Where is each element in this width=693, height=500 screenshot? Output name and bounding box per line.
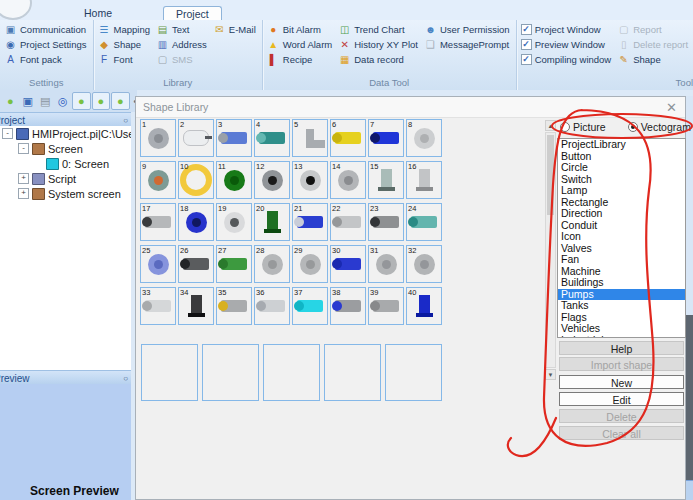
ribbon-item-preview-window[interactable]: ✓Preview Window — [519, 37, 614, 52]
ribbon-item-messageprompt[interactable]: ❑MessagePrompt — [422, 37, 512, 52]
ribbon-item-address[interactable]: ▥Address — [154, 37, 209, 52]
shape-cell-11[interactable]: 11 — [216, 161, 252, 199]
ribbon-item-project-settings[interactable]: ◉Project Settings — [2, 37, 89, 52]
shape-cell-29[interactable]: 29 — [292, 245, 328, 283]
shape-cell-7[interactable]: 7 — [368, 119, 404, 157]
shape-cell-1[interactable]: 1 — [140, 119, 176, 157]
tab-project[interactable]: Project — [163, 6, 222, 21]
shape-cell-22[interactable]: 22 — [330, 203, 366, 241]
ribbon-item-font[interactable]: FFont — [96, 52, 152, 67]
shape-cell-20[interactable]: 20 — [254, 203, 290, 241]
gear-icon[interactable]: ◎ — [55, 93, 72, 109]
green-dot-3-icon[interactable]: ● — [111, 92, 130, 110]
ribbon-item-history-xy-plot[interactable]: ✕History XY Plot — [336, 37, 420, 52]
tree-item-system-screen[interactable]: +System screen — [0, 186, 131, 201]
shape-cell-8[interactable]: 8 — [406, 119, 442, 157]
shape-cell-16[interactable]: 16 — [406, 161, 442, 199]
ribbon-item-e-mail[interactable]: ✉E-Mail — [211, 22, 258, 37]
ribbon-item-data-record[interactable]: ▦Data record — [336, 52, 420, 67]
preview-window-checkbox[interactable]: ✓ — [521, 39, 532, 50]
close-icon[interactable]: ✕ — [666, 101, 677, 114]
category-item-projectlibrary[interactable]: ProjectLibrary — [558, 139, 685, 151]
ribbon-item-project-window[interactable]: ✓Project Window — [519, 22, 614, 37]
empty-shape-slot[interactable] — [141, 344, 198, 401]
ribbon-item-user-permission[interactable]: ☻User Permission — [422, 22, 512, 37]
tree-item-0-screen[interactable]: 0: Screen — [0, 156, 131, 171]
shape-cell-25[interactable]: 25 — [140, 245, 176, 283]
scrollbar-thumb[interactable] — [547, 135, 554, 215]
shape-cell-34[interactable]: 34 — [178, 287, 214, 325]
shape-cell-33[interactable]: 33 — [140, 287, 176, 325]
ribbon-item-word-alarm[interactable]: ▲Word Alarm — [265, 37, 334, 52]
ribbon-item-trend-chart[interactable]: ◫Trend Chart — [336, 22, 420, 37]
shape-cell-32[interactable]: 32 — [406, 245, 442, 283]
green-dot-2-icon[interactable]: ● — [92, 92, 111, 110]
shape-cell-9[interactable]: 9 — [140, 161, 176, 199]
ribbon-item-delete-report[interactable]: ▯Delete report — [615, 37, 690, 52]
empty-shape-slot[interactable] — [324, 344, 381, 401]
shape-cell-27[interactable]: 27 — [216, 245, 252, 283]
shape-cell-2[interactable]: 2 — [178, 119, 214, 157]
empty-shape-slot[interactable] — [263, 344, 320, 401]
ribbon-item-shape[interactable]: ◆Shape — [96, 37, 152, 52]
category-item-icon[interactable]: Icon — [558, 231, 685, 243]
shape-cell-6[interactable]: 6 — [330, 119, 366, 157]
shape-cell-13[interactable]: 13 — [292, 161, 328, 199]
shape-cell-24[interactable]: 24 — [406, 203, 442, 241]
shape-cell-15[interactable]: 15 — [368, 161, 404, 199]
dialog-title-bar[interactable]: Shape Library ✕ — [136, 97, 685, 118]
shape-cell-5[interactable]: 5 — [292, 119, 328, 157]
category-item-industrial[interactable]: Industrial — [558, 335, 685, 339]
tree-item-hmiproject-pi-c-users-joshuafa[interactable]: -HMIProject.pi|C:\Users\joshuafan\D — [0, 126, 131, 141]
category-item-direction[interactable]: Direction — [558, 208, 685, 220]
category-item-vehicles[interactable]: Vehicles — [558, 323, 685, 335]
radio-picture[interactable]: Picture — [560, 121, 606, 133]
preview-panel-header[interactable]: Preview ○ — [0, 370, 131, 385]
shape-cell-30[interactable]: 30 — [330, 245, 366, 283]
shape-cell-17[interactable]: 17 — [140, 203, 176, 241]
shape-cell-31[interactable]: 31 — [368, 245, 404, 283]
shape-cell-39[interactable]: 39 — [368, 287, 404, 325]
category-item-buildings[interactable]: Buildings — [558, 277, 685, 289]
shape-cell-10[interactable]: 10 — [178, 161, 214, 199]
tree-expand-icon[interactable]: - — [2, 128, 13, 139]
shape-cell-21[interactable]: 21 — [292, 203, 328, 241]
project-panel-header[interactable]: Project ○ — [0, 112, 131, 127]
compiling-window-checkbox[interactable]: ✓ — [521, 54, 532, 65]
shape-cell-40[interactable]: 40 — [406, 287, 442, 325]
ribbon-item-recipe[interactable]: ▌Recipe — [265, 52, 334, 67]
shape-cell-37[interactable]: 37 — [292, 287, 328, 325]
radio-circle-icon[interactable] — [560, 122, 570, 132]
monitor-icon[interactable]: ▣ — [20, 93, 37, 109]
ribbon-item-bit-alarm[interactable]: ●Bit Alarm — [265, 22, 334, 37]
shape-cell-26[interactable]: 26 — [178, 245, 214, 283]
empty-shape-slot[interactable] — [202, 344, 259, 401]
pin-icon[interactable]: ○ — [123, 116, 128, 125]
green-dot-1-icon[interactable]: ● — [72, 92, 91, 110]
shape-cell-12[interactable]: 12 — [254, 161, 290, 199]
app-orb-button[interactable] — [0, 0, 32, 20]
ribbon-item-shape[interactable]: ✎Shape — [615, 52, 690, 67]
shape-cell-28[interactable]: 28 — [254, 245, 290, 283]
scroll-up-icon[interactable]: ▲ — [545, 120, 556, 131]
tree-item-screen[interactable]: -Screen — [0, 141, 131, 156]
tree-item-script[interactable]: +Script — [0, 171, 131, 186]
ribbon-item-text[interactable]: ▤Text — [154, 22, 209, 37]
shape-cell-38[interactable]: 38 — [330, 287, 366, 325]
category-item-fan[interactable]: Fan — [558, 254, 685, 266]
project-window-checkbox[interactable]: ✓ — [521, 24, 532, 35]
empty-shape-slot[interactable] — [385, 344, 442, 401]
tab-home[interactable]: Home — [72, 6, 124, 20]
tree-expand-icon[interactable]: + — [18, 188, 29, 199]
ribbon-item-compiling-window[interactable]: ✓Compiling window — [519, 52, 614, 67]
ribbon-item-report[interactable]: ▢Report — [615, 22, 690, 37]
pin-icon[interactable]: ○ — [123, 374, 128, 383]
run-icon[interactable]: ● — [2, 93, 19, 109]
radio-vectogram[interactable]: Vectogram — [628, 121, 691, 133]
shape-cell-19[interactable]: 19 — [216, 203, 252, 241]
edit-button[interactable]: Edit — [559, 392, 684, 406]
shape-cell-3[interactable]: 3 — [216, 119, 252, 157]
ribbon-item-font-pack[interactable]: AFont pack — [2, 52, 89, 67]
shape-cell-14[interactable]: 14 — [330, 161, 366, 199]
scrollbar-track[interactable] — [545, 132, 556, 368]
